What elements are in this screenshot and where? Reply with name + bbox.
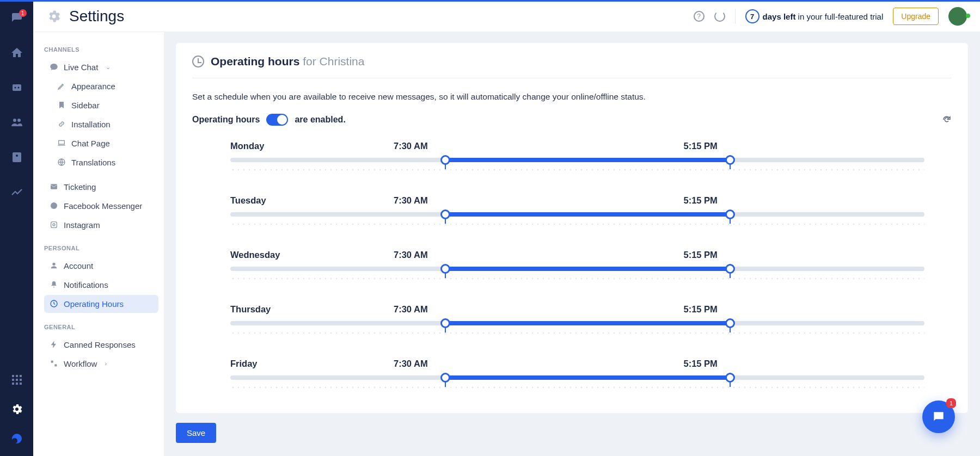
operating-hours-panel: Operating hours for Christina Set a sche…	[176, 43, 968, 413]
time-range-slider[interactable]	[230, 321, 924, 325]
day-start-time: 7:30 AM	[394, 141, 635, 151]
day-start-time: 7:30 AM	[394, 304, 635, 315]
svg-rect-27	[54, 365, 57, 367]
user-icon	[50, 261, 58, 270]
svg-point-17	[12, 438, 17, 443]
sidebar-item-label: Canned Responses	[64, 340, 136, 349]
slider-end-handle[interactable]	[725, 373, 735, 383]
sidebar-item-label: Notifications	[64, 280, 108, 289]
slider-ticks	[230, 386, 924, 389]
slider-end-handle[interactable]	[725, 264, 735, 274]
sidebar-item-account[interactable]: Account	[44, 257, 158, 275]
svg-rect-5	[13, 152, 21, 162]
sidebar-item-notifications[interactable]: Notifications	[44, 276, 158, 294]
reload-icon[interactable]	[942, 115, 952, 125]
day-row: Tuesday7:30 AM5:15 PM	[230, 195, 924, 225]
sidebar-item-instagram[interactable]: Instagram	[44, 216, 158, 234]
apps-icon[interactable]	[10, 373, 23, 386]
laptop-icon	[57, 139, 66, 147]
day-end-time: 5:15 PM	[635, 250, 925, 260]
svg-rect-10	[12, 379, 14, 381]
sidebar-item-ticketing[interactable]: Ticketing	[44, 178, 158, 196]
gear-icon	[46, 9, 62, 24]
svg-rect-7	[12, 375, 14, 377]
upgrade-button[interactable]: Upgrade	[893, 8, 939, 25]
sidebar-item-label: Sidebar	[71, 101, 100, 110]
sync-icon[interactable]	[714, 11, 725, 22]
svg-rect-18	[59, 141, 65, 145]
sidebar-item-appearance[interactable]: Appearance	[52, 77, 158, 95]
contact-icon[interactable]	[10, 151, 23, 164]
settings-icon[interactable]	[10, 403, 23, 416]
avatar[interactable]	[948, 7, 967, 26]
instagram-icon	[50, 220, 58, 229]
time-range-slider[interactable]	[230, 375, 924, 380]
svg-rect-14	[16, 383, 18, 385]
operating-hours-toggle[interactable]	[266, 114, 288, 126]
home-icon[interactable]	[10, 46, 23, 59]
day-end-time: 5:15 PM	[635, 195, 925, 206]
svg-point-23	[53, 224, 55, 226]
people-icon[interactable]	[10, 116, 23, 129]
trial-status: 7 days left in your full-featured trial	[745, 9, 884, 23]
trial-rest: in your full-featured trial	[795, 12, 883, 21]
svg-point-2	[17, 87, 19, 89]
slider-end-handle[interactable]	[725, 209, 735, 219]
sidebar-item-fb-messenger[interactable]: Facebook Messenger	[44, 197, 158, 215]
svg-rect-22	[51, 222, 57, 228]
slider-start-handle[interactable]	[440, 155, 450, 165]
section-general: GENERAL	[44, 324, 158, 330]
panel-title: Operating hours	[211, 55, 299, 67]
svg-point-21	[51, 202, 57, 209]
sidebar-item-canned[interactable]: Canned Responses	[44, 336, 158, 354]
day-name: Monday	[230, 141, 394, 151]
toggle-label: Operating hours	[192, 115, 260, 125]
top-bar: Settings ? 7 days left in your full-feat…	[33, 2, 980, 32]
svg-point-1	[14, 87, 16, 89]
day-row: Wednesday7:30 AM5:15 PM	[230, 250, 924, 280]
day-start-time: 7:30 AM	[394, 250, 635, 260]
slider-end-handle[interactable]	[725, 318, 735, 328]
panel-description: Set a schedule when you are available to…	[192, 90, 952, 103]
day-row: Thursday7:30 AM5:15 PM	[230, 304, 924, 334]
slider-start-handle[interactable]	[440, 264, 450, 274]
sidebar-item-translations[interactable]: Translations	[52, 153, 158, 171]
sidebar-item-workflow[interactable]: Workflow›	[44, 355, 158, 373]
left-rail: 1	[0, 2, 33, 456]
sidebar-item-chat-page[interactable]: Chat Page	[52, 134, 158, 152]
sidebar-item-label: Translations	[71, 158, 115, 167]
brand-logo-icon[interactable]	[10, 432, 23, 445]
section-channels: CHANNELS	[44, 46, 158, 53]
time-range-slider[interactable]	[230, 158, 924, 162]
slider-start-handle[interactable]	[440, 209, 450, 219]
bell-icon	[50, 280, 58, 289]
day-name: Wednesday	[230, 250, 394, 260]
day-name: Tuesday	[230, 195, 394, 206]
chat-fab[interactable]: 1	[922, 400, 955, 433]
inbox-icon[interactable]: 1	[10, 11, 23, 24]
day-name: Friday	[230, 359, 394, 369]
slider-start-handle[interactable]	[440, 318, 450, 328]
time-range-slider[interactable]	[230, 267, 924, 271]
time-range-slider[interactable]	[230, 212, 924, 217]
sidebar-item-label: Appearance	[71, 82, 115, 91]
day-start-time: 7:30 AM	[394, 195, 635, 206]
sidebar-item-installation[interactable]: Installation	[52, 115, 158, 133]
sidebar-item-live-chat[interactable]: Live Chat⌄	[44, 58, 158, 76]
day-start-time: 7:30 AM	[394, 359, 635, 369]
sidebar-item-operating-hours[interactable]: Operating Hours	[44, 295, 158, 313]
analytics-icon[interactable]	[10, 186, 23, 199]
bot-icon[interactable]	[10, 81, 23, 94]
workflow-icon	[50, 359, 58, 368]
sidebar-item-sidebar[interactable]: Sidebar	[52, 96, 158, 114]
section-personal: PERSONAL	[44, 245, 158, 251]
slider-start-handle[interactable]	[440, 373, 450, 383]
save-button[interactable]: Save	[176, 423, 216, 443]
svg-point-6	[16, 155, 18, 157]
sidebar-item-label: Workflow	[64, 359, 97, 368]
help-icon[interactable]: ?	[694, 11, 705, 22]
day-end-time: 5:15 PM	[635, 359, 925, 369]
svg-point-24	[52, 263, 55, 266]
slider-end-handle[interactable]	[725, 155, 735, 165]
sidebar-item-label: Facebook Messenger	[64, 201, 142, 211]
